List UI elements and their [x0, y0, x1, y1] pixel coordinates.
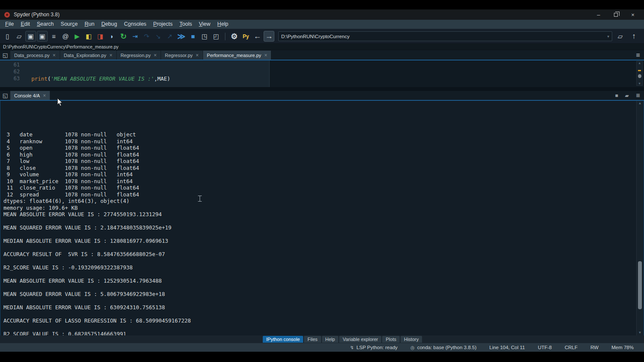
panel-tab-ipython-console[interactable]: IPython console [263, 336, 303, 343]
panel-tab-variable-explorer[interactable]: Variable explorer [339, 336, 381, 343]
column-edge-line [269, 60, 270, 87]
run-file-icon[interactable]: ▶ [72, 31, 82, 42]
pane-splitter[interactable] [0, 87, 644, 91]
console-output-line: R2_SCORE VALUE IS : -0.19320969322387938 [3, 264, 635, 271]
save-icon[interactable]: ▣ [25, 31, 36, 42]
line-number-gutter: 616263 [0, 62, 21, 82]
step-out-icon[interactable]: ↗ [164, 31, 175, 42]
menu-item[interactable]: Projects [150, 20, 176, 29]
console-output-line [3, 324, 635, 331]
tab-close-icon[interactable]: × [154, 52, 157, 58]
run-selection-icon[interactable]: ◗ [106, 31, 117, 42]
menu-item[interactable]: View [195, 20, 214, 29]
scrollbar-thumb[interactable] [638, 261, 642, 309]
console-output-line: 11 close_ratio 1078 non-null float64 [3, 184, 635, 191]
minimize-button[interactable]: – [590, 10, 607, 19]
step-into-icon[interactable]: ↘ [153, 31, 164, 42]
working-directory-input[interactable] [281, 34, 605, 39]
console-options-menu-icon[interactable]: ≡ [632, 91, 644, 100]
remove-variables-icon[interactable]: ▰ [622, 91, 632, 100]
scroll-up-icon[interactable]: ▲ [637, 101, 643, 106]
scroll-up-icon[interactable]: ▲ [637, 61, 642, 65]
preferences-icon[interactable]: ⚙ [229, 31, 240, 42]
tab-close-icon[interactable]: × [43, 93, 46, 99]
interrupt-kernel-icon[interactable]: ■ [611, 91, 622, 100]
stop-icon[interactable]: ■ [188, 31, 198, 42]
working-directory-group: ▾ ▱ ↑ [278, 31, 640, 42]
editor-pane[interactable]: 616263 print('MEAN ABSOLUTE ERROR VALUE … [0, 60, 644, 87]
spyder-logo-icon [4, 12, 10, 18]
run-cell-icon[interactable]: ◧ [83, 31, 94, 42]
tab-data-process[interactable]: Data_process.py × [10, 51, 60, 60]
line-number: 62 [0, 69, 21, 75]
editor-options-menu-icon[interactable]: ≡ [632, 51, 644, 60]
rerun-cell-icon[interactable]: ↻ [118, 31, 129, 42]
tab-performance-measure[interactable]: Performance_measure.py × [203, 51, 271, 60]
panel-tab-plots[interactable]: Plots [382, 336, 399, 343]
menu-item[interactable]: Search [33, 20, 58, 29]
tab-regressor[interactable]: Regressor.py × [161, 51, 203, 60]
restore-button[interactable] [607, 10, 624, 19]
menu-item[interactable]: Help [214, 20, 232, 29]
console-toolbar: ■ ▰ ≡ [611, 91, 644, 100]
editor-scrollbar[interactable]: ▲ ▼ [636, 61, 643, 86]
menu-item[interactable]: Consoles [121, 20, 150, 29]
browse-tabs-icon[interactable]: ◱ [0, 51, 10, 60]
panel-tab-help[interactable]: Help [322, 336, 339, 343]
save-all-icon[interactable]: ▣ [37, 31, 48, 42]
tab-regression[interactable]: Regression.py × [117, 51, 161, 60]
run-to-line-icon[interactable]: ⇥ [130, 31, 140, 42]
menu-item[interactable]: Debug [98, 20, 121, 29]
run-cell-advance-icon[interactable]: ◨ [95, 31, 106, 42]
tab-close-icon[interactable]: × [53, 52, 56, 58]
scroll-down-icon[interactable]: ▼ [637, 82, 642, 85]
menu-item[interactable]: File [2, 20, 17, 29]
menu-item[interactable]: Source [57, 20, 81, 29]
continue-icon[interactable]: ≫ [176, 31, 187, 42]
menu-item[interactable]: Edit [17, 20, 33, 29]
ipython-console-pane[interactable]: 3 date 1078 non-null object 4 ranknow 10… [0, 101, 644, 335]
dropdown-arrow-icon[interactable]: ▾ [607, 34, 609, 39]
working-directory-combobox[interactable]: ▾ [278, 31, 612, 41]
console-output-line: dtypes: float64(6), int64(3), object(4) [3, 198, 635, 205]
menu-item[interactable]: Run [81, 20, 98, 29]
step-over-icon[interactable]: ↷ [141, 31, 152, 42]
file-switcher-icon[interactable]: ≡ [49, 31, 59, 42]
tab-close-icon[interactable]: × [109, 52, 112, 58]
console-output-line: memory usage: 109.6+ KB [3, 205, 635, 211]
console-scrollbar[interactable]: ▲ ▼ [636, 101, 643, 335]
browse-console-tabs-icon[interactable]: ◱ [0, 91, 10, 100]
panel-tab-history[interactable]: History [401, 336, 422, 343]
tab-close-icon[interactable]: × [264, 52, 267, 58]
console-output-line: 6 high 1078 non-null float64 [3, 151, 635, 158]
new-file-icon[interactable]: ▯ [2, 31, 13, 42]
symbol-finder-icon[interactable]: @ [60, 31, 71, 42]
console-output-line: MEDIAN ABSOLUTE ERROR VALUE IS : 1280816… [3, 238, 635, 244]
back-icon[interactable]: ← [252, 31, 263, 42]
console-tab[interactable]: Console 4/A × [10, 91, 50, 100]
forward-icon[interactable]: → [264, 31, 274, 42]
console-output-line: MEAN SQUARED ERROR VALUE IS : 2.18473480… [3, 224, 635, 231]
menu-item[interactable]: Tools [176, 20, 195, 29]
code-area[interactable]: print('MEAN ABSOLUTE ERROR VALUE IS :',M… [31, 62, 170, 87]
console-output-line: ACCURACY RESULT OF SVR IS : 8.5847635666… [3, 251, 635, 258]
tab-close-icon[interactable]: × [196, 52, 199, 58]
panel-tab-files[interactable]: Files [304, 336, 321, 343]
console-output-line: 8 close 1078 non-null float64 [3, 165, 635, 172]
parent-directory-icon[interactable]: ↑ [629, 31, 639, 42]
run-external-icon[interactable]: ◳ [199, 31, 210, 42]
conda-icon: ◎ [410, 345, 415, 350]
pythonpath-icon[interactable]: Py [240, 31, 251, 42]
console-output-line: MEAN ABSOLUTE ERROR VALUE IS : 125293051… [3, 278, 635, 284]
console-output-line: 12 spread 1078 non-null float64 [3, 191, 635, 198]
open-file-icon[interactable]: ▱ [14, 31, 24, 42]
scrollbar-thumb[interactable] [638, 74, 641, 78]
close-button[interactable]: × [624, 10, 641, 19]
toolbar-separator [225, 33, 225, 40]
scrollbar-annotation-mark [638, 70, 641, 71]
tab-data-exploration[interactable]: Data_Exploration.py × [60, 51, 116, 60]
main-toolbar: ▯ ▱ ▣ ▣ ≡ @ ▶ ◧ ◨ ◗ [0, 29, 644, 44]
maximize-pane-icon[interactable]: ◰ [211, 31, 222, 42]
browse-directory-icon[interactable]: ▱ [615, 31, 626, 42]
scroll-down-icon[interactable]: ▼ [637, 331, 643, 335]
